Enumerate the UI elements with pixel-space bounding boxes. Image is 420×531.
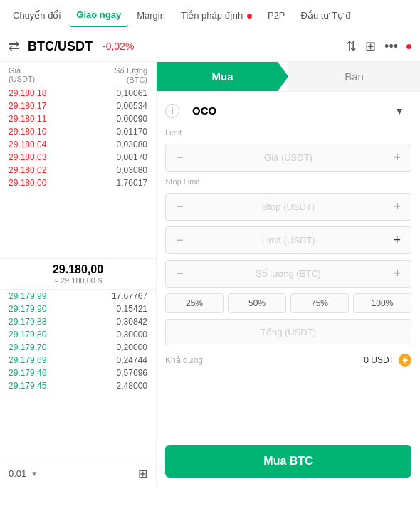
- tong-placeholder: Tổng (USDT): [261, 327, 316, 337]
- buy-sell-tabs: Mua Bán: [157, 62, 420, 92]
- nav-item-giaongay[interactable]: Giao ngay: [69, 4, 128, 27]
- section-limit-label: Limit: [165, 128, 411, 138]
- ob-buy-row[interactable]: 29.179,9917,67767: [0, 290, 156, 303]
- form-area: i OCO ▼ Limit − Giá (USDT) + Stop Limit …: [157, 92, 420, 439]
- ob-sell-row[interactable]: 29.180,040,03080: [0, 138, 156, 151]
- ob-buy-row[interactable]: 29.179,460,57696: [0, 367, 156, 379]
- settings-icon[interactable]: ⊞: [365, 38, 376, 54]
- ob-sell-row[interactable]: 29.180,001,76017: [0, 177, 156, 189]
- buy-btn-row: Mua BTC: [157, 439, 420, 486]
- pct-25-btn[interactable]: 25%: [165, 293, 224, 313]
- pct-row: 25% 50% 75% 100%: [165, 293, 411, 313]
- ob-sell-row[interactable]: 29.180,020,03080: [0, 164, 156, 177]
- ob-sell-row[interactable]: 29.180,100,01170: [0, 125, 156, 138]
- header-icons: ⇅ ⊞ •••: [346, 38, 411, 54]
- nav-item-tienphapdinhh[interactable]: Tiền pháp định: [174, 4, 259, 26]
- ob-bottom-arrow[interactable]: ▼: [31, 470, 38, 478]
- swap-icon: ⇄: [9, 38, 19, 54]
- kha-dung-value: 0 USDT +: [364, 354, 411, 367]
- section-stop-label: Stop Limit: [165, 177, 411, 187]
- kha-dung-label: Khả dụng: [165, 355, 203, 365]
- price-input-row: − Giá (USDT) +: [165, 144, 411, 172]
- chart-icon[interactable]: ⇅: [346, 38, 357, 54]
- right-panel: Mua Bán i OCO ▼ Limit − Giá (USDT) + Sto…: [157, 62, 420, 486]
- order-type-select[interactable]: OCO ▼: [185, 100, 411, 121]
- ob-sell-row[interactable]: 29.180,110,00090: [0, 112, 156, 125]
- ob-buy-row[interactable]: 29.179,690,24744: [0, 354, 156, 367]
- deposit-button[interactable]: +: [399, 354, 411, 367]
- ob-col-price: Giá (USDT): [9, 66, 35, 84]
- nav-item-p2p[interactable]: P2P: [261, 4, 293, 26]
- order-type-arrow: ▼: [394, 105, 404, 117]
- pct-100-btn[interactable]: 100%: [353, 293, 411, 313]
- ob-buy-row[interactable]: 29.179,452,48000: [0, 379, 156, 392]
- limit-plus[interactable]: +: [390, 233, 404, 248]
- qty-placeholder[interactable]: Số lượng (BTC): [187, 268, 391, 279]
- nav-item-chuyendoi[interactable]: Chuyển đổi: [6, 4, 68, 26]
- price-placeholder[interactable]: Giá (USDT): [187, 152, 391, 163]
- ob-sell-row[interactable]: 29.180,180,10061: [0, 87, 156, 100]
- main-content: Giá (USDT) Số lượng (BTC) 29.180,180,100…: [0, 62, 420, 486]
- ob-buy-row[interactable]: 29.179,880,30842: [0, 315, 156, 328]
- pair-name[interactable]: BTC/USDT: [28, 39, 93, 54]
- left-panel: Giá (USDT) Số lượng (BTC) 29.180,180,100…: [0, 62, 157, 486]
- pair-change: -0,02%: [103, 41, 134, 52]
- ob-buy-row[interactable]: 29.179,700,20000: [0, 341, 156, 354]
- order-type-row: i OCO ▼: [165, 99, 411, 122]
- qty-input-row: − Số lượng (BTC) +: [165, 260, 411, 288]
- header-row: ⇄ BTC/USDT -0,02% ⇅ ⊞ •••: [0, 31, 420, 62]
- nav-dot-tienphapdinhh: [247, 14, 252, 19]
- ob-bottom-value: 0.01: [9, 468, 26, 479]
- price-plus[interactable]: +: [390, 150, 404, 165]
- kha-dung-amount: 0 USDT: [364, 355, 394, 365]
- more-icon[interactable]: •••: [384, 39, 398, 54]
- info-icon[interactable]: i: [165, 104, 179, 118]
- order-type-label: OCO: [192, 105, 216, 117]
- tab-buy[interactable]: Mua: [157, 62, 288, 91]
- ob-buy-row[interactable]: 29.179,900,15421: [0, 303, 156, 315]
- stop-placeholder[interactable]: Stop (USDT): [187, 201, 391, 212]
- buy-submit-button[interactable]: Mua BTC: [165, 445, 411, 478]
- limit-placeholder[interactable]: Limit (USDT): [187, 235, 391, 246]
- header-pair[interactable]: ⇄ BTC/USDT -0,02%: [9, 38, 346, 54]
- price-minus[interactable]: −: [173, 150, 187, 165]
- pct-50-btn[interactable]: 50%: [228, 293, 286, 313]
- qty-minus[interactable]: −: [173, 266, 187, 281]
- pct-75-btn[interactable]: 75%: [290, 293, 349, 313]
- limit-input-row: − Limit (USDT) +: [165, 226, 411, 254]
- ob-grid-icon[interactable]: ⊞: [138, 467, 147, 480]
- ob-header: Giá (USDT) Số lượng (BTC): [0, 62, 156, 87]
- nav-item-dautututdo[interactable]: Đầu tư Tự đ: [294, 4, 358, 26]
- nav-item-margin[interactable]: Margin: [130, 4, 172, 26]
- stop-minus[interactable]: −: [173, 199, 187, 214]
- ob-sell-row[interactable]: 29.180,030,00170: [0, 151, 156, 164]
- ob-bottom: 0.01 ▼ ⊞: [0, 461, 156, 486]
- stop-plus[interactable]: +: [390, 199, 404, 214]
- stop-input-row: − Stop (USDT) +: [165, 193, 411, 221]
- more-red-dot: [406, 44, 411, 49]
- ob-buy-rows: 29.179,9917,67767 29.179,900,15421 29.17…: [0, 290, 156, 461]
- ob-sell-rows: 29.180,180,10061 29.180,170,00534 29.180…: [0, 87, 156, 258]
- ob-buy-row[interactable]: 29.179,800,30000: [0, 328, 156, 341]
- ob-sell-row[interactable]: 29.180,170,00534: [0, 100, 156, 112]
- limit-minus[interactable]: −: [173, 233, 187, 248]
- tong-row: Tổng (USDT): [165, 319, 411, 345]
- tab-sell[interactable]: Bán: [288, 62, 420, 91]
- kha-dung-row: Khả dụng 0 USDT +: [165, 351, 411, 369]
- ob-mid-price[interactable]: 29.180,00 ≈ 29.180,00 $: [0, 258, 156, 290]
- ob-col-qty: Số lượng (BTC): [115, 66, 147, 84]
- qty-plus[interactable]: +: [390, 266, 404, 281]
- top-nav: Chuyển đổi Giao ngay Margin Tiền pháp đị…: [0, 0, 420, 31]
